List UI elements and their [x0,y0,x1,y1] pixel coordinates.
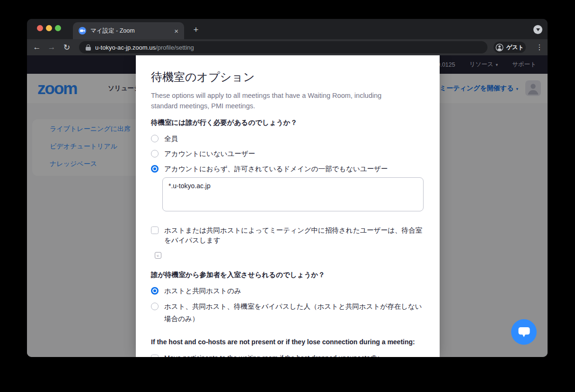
url-host: u-tokyo-ac-jp.zoom.us [95,44,156,51]
radio-selected-icon[interactable] [151,165,159,173]
browser-menu-button[interactable]: ⋮ [534,39,545,55]
modal-description: These options will apply to all meetings… [151,90,409,111]
browser-toolbar: ← → ↻ u-tokyo-ac-jp.zoom.us/profile/sett… [27,39,548,55]
radio-option-users-not-in-account[interactable]: アカウントにいないユーザー [151,146,424,161]
minimize-window-button[interactable] [46,25,52,31]
browser-profile-button[interactable] [533,25,542,34]
fullscreen-window-button[interactable] [55,25,61,31]
forward-button[interactable]: → [45,39,58,55]
guest-profile-button[interactable]: ゲスト [494,42,526,53]
radio-icon[interactable] [151,303,159,310]
allowed-domains-input[interactable]: *.u-tokyo.ac.jp [162,177,424,211]
radio-icon[interactable] [151,135,159,142]
radio-option-host-cohosts-only[interactable]: ホストと共同ホストのみ [151,283,424,298]
close-window-button[interactable] [37,25,43,31]
checkbox-icon[interactable] [151,355,159,357]
radio-icon[interactable] [151,150,159,157]
chevron-down-icon [536,28,540,31]
guest-label: ゲスト [506,44,524,52]
bypass-waiting-room-checkbox-row[interactable]: ホストまたは共同ホストによってミーティング中に招待されたユーザーは、待合室をバイ… [151,226,424,245]
waiting-room-options-modal: 待機室のオプション These options will apply to al… [136,55,440,357]
reload-button[interactable]: ↻ [61,39,73,55]
tab-strip: マイ設定 - Zoom × + [27,19,548,39]
new-tab-button[interactable]: + [190,24,202,36]
checkbox-icon[interactable] [151,226,159,234]
radio-option-host-cohosts-bypassers[interactable]: ホスト、共同ホスト、待機室をバイパスした人（ホストと共同ホストが存在しない場合の… [151,298,424,327]
close-tab-icon[interactable]: × [174,27,178,35]
question-who-can-admit: 誰が待機室から参加者を入室させられるのでしょうか？ [151,270,424,279]
page-viewport: 88.799.0125 リソース▾ サポート zoom ソリューション ミーティ… [27,55,548,357]
back-button[interactable]: ← [31,39,43,55]
radio-option-everyone[interactable]: 全員 [151,131,424,146]
url-text: u-tokyo-ac-jp.zoom.us/profile/setting [95,44,194,51]
radio-option-users-not-in-account-or-domains[interactable]: アカウントにおらず、許可されているドメインの一部でもないユーザー [151,161,424,176]
modal-title: 待機室のオプション [151,70,424,85]
tab-title: マイ設定 - Zoom [90,27,170,35]
person-icon [495,44,504,52]
radio-selected-icon[interactable] [151,287,159,295]
broken-image-icon: v. [155,252,161,259]
address-bar[interactable]: u-tokyo-ac-jp.zoom.us/profile/setting [79,41,487,53]
move-participants-checkbox-row[interactable]: Move participants to the waiting room if… [151,353,424,357]
chat-bubble-icon [518,326,531,338]
browser-window: マイ設定 - Zoom × + ← → ↻ u-tokyo-ac-jp.zoom… [27,19,548,357]
zoom-favicon-icon [79,27,86,35]
chat-widget-button[interactable] [511,319,537,345]
question-who-goes-to-waiting-room: 待機室には誰が行く必要があるのでしょうか？ [151,118,424,127]
heading-host-not-present: If the host and co-hosts are not present… [151,337,424,347]
browser-tab[interactable]: マイ設定 - Zoom × [73,22,184,39]
url-path: /profile/setting [156,44,194,51]
lock-icon [86,44,91,51]
